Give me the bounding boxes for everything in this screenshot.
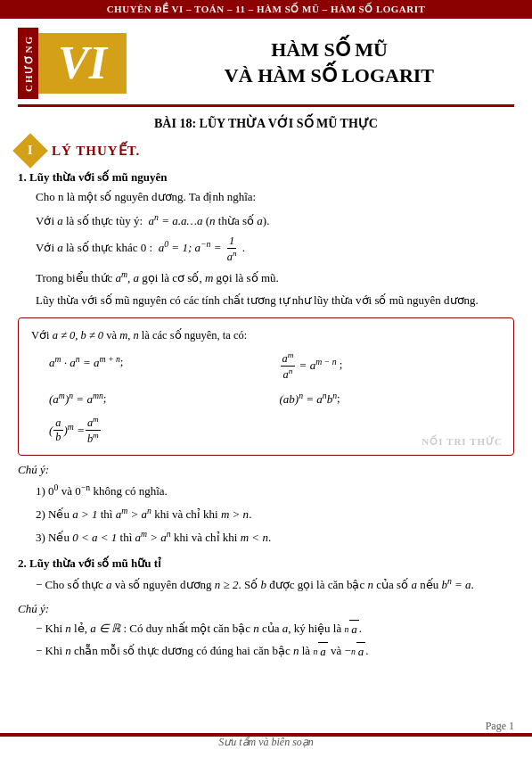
formula-3: (am)n = amn; <box>49 387 271 409</box>
page-number: Page 1 <box>486 720 514 733</box>
chu-y-1-title: Chú ý: <box>18 463 514 477</box>
formula-1: am · an = am + n; <box>49 350 271 382</box>
section-number: I <box>28 144 32 158</box>
watermark-text: NỐI TRI THỨC <box>422 436 503 448</box>
formula-4: (ab)n = anbn; <box>280 387 502 409</box>
sub1-para3: Với a là số thực khác 0 : a0 = 1; a−n = … <box>36 235 514 264</box>
title-line1: HÀM SỐ MŨ <box>271 38 388 61</box>
suu-tam-text: Sưu tầm và biên soạn <box>0 736 532 749</box>
section-header: I LÝ THUYẾT. <box>18 138 514 163</box>
sub1-para1: Cho n là một số nguyên dương. Ta định ng… <box>36 188 514 207</box>
math-formulas-grid: am · an = am + n; am an = am − n ; (am)n… <box>49 350 501 445</box>
lesson-title: BÀI 18: LŨY THỪA VỚI SỐ MŨ THỰC <box>18 116 514 131</box>
sub1-para2: Với a là số thực tùy ý: an = a.a…a (n th… <box>36 210 514 231</box>
sub1-para4: Trong biểu thức am, a gọi là cơ số, m gọ… <box>36 268 514 288</box>
math-property-box: Với a ≠ 0, b ≠ 0 và m, n là các số nguyê… <box>18 317 514 456</box>
header-text: CHUYÊN ĐỀ VI – TOÁN – 11 – HÀM SỐ MŨ – H… <box>107 4 426 14</box>
sub1-para5: Lũy thừa với số mũ nguyên có các tính ch… <box>36 292 514 310</box>
sub2-dash3: − Khi n chẵn mỗi số thực dương có đúng h… <box>36 642 514 662</box>
content-area: 1. Lũy thừa với số mũ nguyên Cho n là mộ… <box>18 170 514 662</box>
subsection2-title: 2. Lũy thừa với số mũ hữu tỉ <box>18 556 514 571</box>
chapter-number: VI <box>38 33 127 94</box>
section-title-text: LÝ THUYẾT. <box>52 144 140 158</box>
chapter-title-block: HÀM SỐ MŨ VÀ HÀM SỐ LOGARIT <box>127 28 514 99</box>
chapter-title-line1: HÀM SỐ MŨ VÀ HÀM SỐ LOGARIT <box>144 37 514 88</box>
section-title-wrapper: LÝ THUYẾT. <box>52 143 140 159</box>
math-box-header: Với a ≠ 0, b ≠ 0 và m, n là các số nguyê… <box>31 327 501 344</box>
subsection1-title: 1. Lũy thừa với số mũ nguyên <box>18 170 514 185</box>
formula-5: ( a b )m = am bm <box>49 415 271 446</box>
chapter-left: CHƯƠNG VI <box>18 28 127 99</box>
chu-y-1-item3: 3) Nếu 0 < a < 1 thì am > an khi và chỉ … <box>36 527 514 548</box>
chu-y-1-item2: 2) Nếu a > 1 thì am > an khi và chỉ khi … <box>36 504 514 524</box>
sub2-dash1: − Cho số thực a và số nguyên dương n ≥ 2… <box>36 574 514 595</box>
sub2-dash2: − Khi n lẻ, a ∈ ℝ : Có duy nhất một căn … <box>36 620 514 639</box>
section-diamond-icon: I <box>12 133 48 169</box>
formula-2: am an = am − n ; <box>280 350 502 382</box>
chu-y-1-item1: 1) 00 và 0−n không có nghĩa. <box>36 481 514 501</box>
chuong-label: CHƯƠNG <box>18 28 38 99</box>
sub2-chu-y-title: Chú ý: <box>18 602 514 616</box>
top-header-bar: CHUYÊN ĐỀ VI – TOÁN – 11 – HÀM SỐ MŨ – H… <box>0 0 532 19</box>
chapter-banner: CHƯƠNG VI HÀM SỐ MŨ VÀ HÀM SỐ LOGARIT <box>18 28 514 107</box>
title-line2: VÀ HÀM SỐ LOGARIT <box>225 64 434 87</box>
